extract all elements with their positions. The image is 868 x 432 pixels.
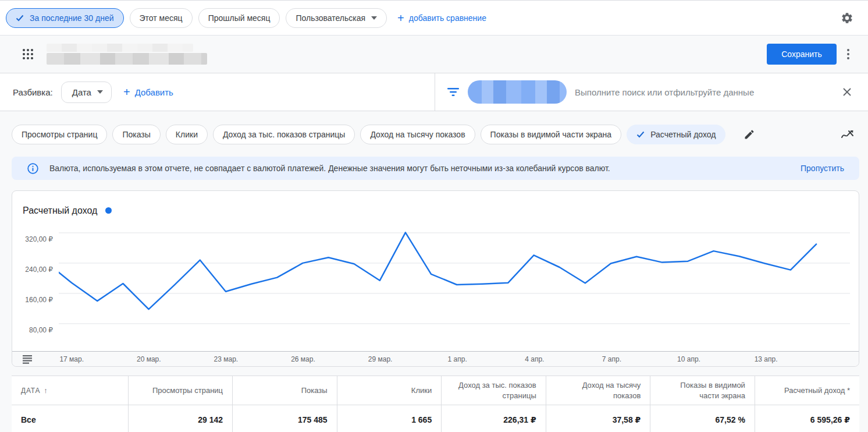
close-icon <box>842 87 852 97</box>
metric-chip-impression-rpm[interactable]: Доход на тысячу показов <box>360 125 475 144</box>
info-icon <box>27 162 39 175</box>
report-title-redacted <box>47 44 207 65</box>
more-options-button[interactable] <box>837 43 860 66</box>
series-legend-dot <box>105 207 112 214</box>
date-range-chip-label: За последние 30 дней <box>30 13 114 23</box>
redacted-text-line <box>47 44 193 52</box>
redacted-text-line <box>47 53 207 65</box>
plus-icon: + <box>123 86 130 98</box>
metric-chip-viewability[interactable]: Показы в видимой части экрана <box>481 125 622 144</box>
earnings-chart-card: Расчетный доход 80,00 ₽160,00 ₽240,00 ₽3… <box>12 190 859 367</box>
report-app-bar: Сохранить <box>0 36 868 73</box>
sort-ascending-icon: ↑ <box>44 386 48 395</box>
settings-button[interactable] <box>835 6 859 30</box>
x-axis-tick-label: 29 мар. <box>357 355 404 363</box>
metrics-bar: Просмотры страниц Показы Клики Доход за … <box>12 123 859 146</box>
breakdown-label: Разбивка: <box>13 87 53 97</box>
column-header-impression-rpm[interactable]: Доход на тысячу показов <box>546 376 650 405</box>
breakdown-filter-bar: Разбивка: Дата + Добавить <box>0 73 868 111</box>
x-axis-tick-label: 20 мар. <box>126 355 172 363</box>
x-axis-tick-label: 26 мар. <box>280 355 326 363</box>
check-icon <box>636 131 645 138</box>
x-axis-tick-label: 13 апр. <box>743 355 789 363</box>
column-header-clicks[interactable]: Клики <box>337 376 442 405</box>
series-list-button[interactable] <box>23 355 33 364</box>
chevron-down-icon <box>97 90 103 94</box>
x-axis-tick-label: 10 апр. <box>666 355 712 363</box>
column-header-page-rpm[interactable]: Доход за тыс. показов страницы <box>442 376 546 405</box>
pencil-icon <box>744 129 755 140</box>
apps-grid-icon <box>22 48 34 60</box>
y-axis-tick-label: 320,00 ₽ <box>25 235 53 243</box>
date-range-chip-custom[interactable]: Пользовательская <box>286 8 387 28</box>
column-header-estimated-earnings[interactable]: Расчетный доход * <box>755 376 859 405</box>
kebab-menu-icon <box>847 49 849 59</box>
clear-filter-button[interactable] <box>835 80 859 104</box>
metric-chip-page-rpm[interactable]: Доход за тыс. показов страницы <box>213 125 355 144</box>
date-range-chip-last-month[interactable]: Прошлый месяц <box>198 8 280 28</box>
report-main-area: Просмотры страниц Показы Клики Доход за … <box>0 111 868 432</box>
chart-x-axis: 17 мар.20 мар.23 мар.26 мар.29 мар.1 апр… <box>12 351 859 366</box>
metric-chip-estimated-earnings-selected[interactable]: Расчетный доход <box>627 125 725 144</box>
filter-section <box>435 73 868 111</box>
breakdown-section: Разбивка: Дата + Добавить <box>0 73 435 111</box>
apps-grid-button[interactable] <box>16 43 40 66</box>
active-filter-chip-redacted[interactable] <box>468 80 567 104</box>
report-table: ДАТА↑ Просмотры страниц Показы Клики Дох… <box>12 376 859 432</box>
banner-message: Валюта, используемая в этом отчете, не с… <box>49 164 610 173</box>
search-input[interactable] <box>575 87 835 97</box>
toggle-chart-button[interactable] <box>836 123 859 146</box>
add-comparison-link[interactable]: + добавить сравнение <box>397 12 486 24</box>
metric-chip-clicks[interactable]: Клики <box>166 125 208 144</box>
totals-impression-rpm: 37,58 ₽ <box>546 405 650 432</box>
column-header-viewability[interactable]: Показы в видимой части экрана <box>650 376 755 405</box>
filter-icon <box>447 87 460 97</box>
check-icon <box>16 15 24 22</box>
save-button[interactable]: Сохранить <box>767 44 837 65</box>
totals-viewability: 67,52 % <box>650 405 755 432</box>
totals-page-views: 29 142 <box>128 405 233 432</box>
x-axis-tick-label: 23 мар. <box>202 355 249 363</box>
totals-estimated-earnings: 6 595,26 ₽ <box>755 405 859 432</box>
x-axis-tick-label: 17 мар. <box>48 355 95 363</box>
totals-label: Все <box>12 405 128 432</box>
chevron-down-icon <box>371 16 377 20</box>
hide-chart-icon <box>841 129 855 140</box>
edit-metrics-button[interactable] <box>738 123 761 146</box>
column-header-impressions[interactable]: Показы <box>233 376 337 405</box>
column-header-page-views[interactable]: Просмотры страниц <box>128 376 233 405</box>
totals-clicks: 1 665 <box>337 405 442 432</box>
y-axis-tick-label: 240,00 ₽ <box>25 265 53 274</box>
y-axis-tick-label: 160,00 ₽ <box>25 296 53 304</box>
metric-chip-impressions[interactable]: Показы <box>112 125 160 144</box>
banner-dismiss-link[interactable]: Пропустить <box>801 164 844 173</box>
date-range-chip-last-30-days[interactable]: За последние 30 дней <box>6 8 124 28</box>
totals-page-rpm: 226,31 ₽ <box>442 405 546 432</box>
currency-warning-banner: Валюта, используемая в этом отчете, не с… <box>12 157 859 180</box>
add-breakdown-link[interactable]: + Добавить <box>123 86 173 98</box>
breakdown-dimension-chip[interactable]: Дата <box>61 82 112 103</box>
table-row-totals[interactable]: Все 29 142 175 485 1 665 226,31 ₽ 37,58 … <box>12 405 859 432</box>
list-icon <box>23 355 33 364</box>
totals-impressions: 175 485 <box>233 405 337 432</box>
date-range-chip-this-month[interactable]: Этот месяц <box>130 8 193 28</box>
gear-icon <box>841 12 853 24</box>
metric-chip-page-views[interactable]: Просмотры страниц <box>12 125 107 144</box>
y-axis-tick-label: 80,00 ₽ <box>29 326 53 334</box>
chart-plot-area[interactable] <box>59 231 850 352</box>
date-range-bar: За последние 30 дней Этот месяц Прошлый … <box>0 1 868 36</box>
plus-icon: + <box>397 12 404 24</box>
chart-y-axis: 80,00 ₽160,00 ₽240,00 ₽320,00 ₽ <box>12 191 55 352</box>
x-axis-tick-label: 4 апр. <box>511 355 558 363</box>
column-header-date[interactable]: ДАТА↑ <box>12 376 128 405</box>
x-axis-tick-label: 7 апр. <box>588 355 635 363</box>
table-header-row: ДАТА↑ Просмотры страниц Показы Клики Дох… <box>12 376 859 405</box>
x-axis-tick-label: 1 апр. <box>434 355 481 363</box>
